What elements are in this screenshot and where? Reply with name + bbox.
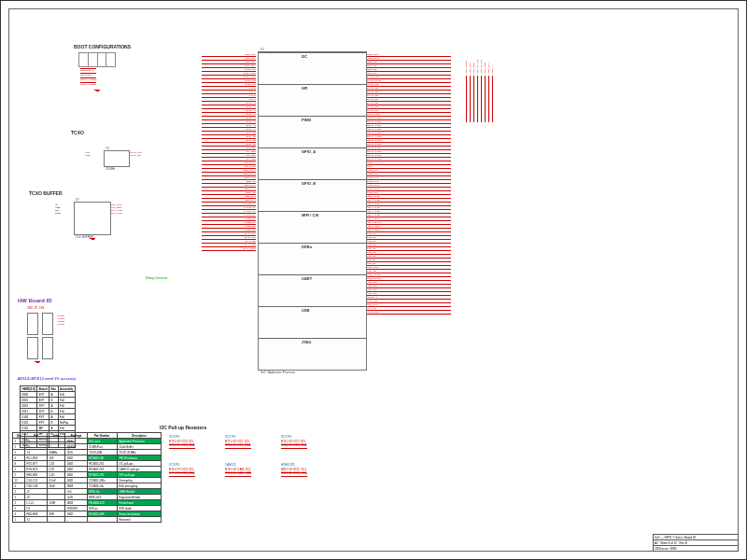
soc-left-nets: I2C0_SCLI2C0_SDAI2C1_SCLI2C1_SDASPI0_CLK… [202,53,256,251]
bom-table: QtyRefValuePackagePart NumberDescription… [12,432,162,523]
clkbuf-pins-left: INVDD OEGND [55,203,61,215]
heading-debug: Debug Connector [146,277,168,281]
soc-right-nets: SDIO_CLKSDIO_CMDSDIO_D0SDIO_D1SDIO_D2SDI… [367,53,451,315]
hwid-r1 [27,313,38,335]
heading-i2c: I2C Pull-up Resistors [160,427,206,430]
ground-icon [94,90,100,91]
title-block: SoC — GPIO / Clocks / Board ID A2 · Shee… [653,534,739,552]
ground-icon [90,238,95,240]
tcxo-block: Y4 26 MHz [104,150,130,167]
hwid-r2 [42,313,53,335]
tcxo-pins-left: VCCGND [85,151,91,157]
clkbuf-nets-right: CLK_CPUCLK_DDR CLK_PCIECLK_USB [111,203,122,215]
hwid-nets: HWID0HWID1 HWID2HWID3 [57,315,64,326]
tcxo-pins-right: TCXO_CLKTCXO_EN [130,151,142,157]
bootsel-resistor-pack [78,52,116,67]
accuracy-note: AD513+MCK14 need 1% accuracy [18,377,76,381]
ground-icon [35,361,40,363]
clk-buffer-block: U7 CLK BUFFER [74,202,111,235]
schematic-sheet: BOOT CONFIGURATIONS BOOTSEL_0BOOTSEL_1 B… [0,0,747,560]
hwid-r3 [27,337,38,359]
heading-tcxo: TCXO [71,132,84,135]
hwid-supply: VDD_IO_1V8 [27,307,44,311]
heading-boot: BOOT CONFIGURATIONS [74,46,131,49]
heading-hwid: HW Board ID [18,300,52,303]
main-soc-block: U1 SoC / Application Processor I2CSPIPWM… [258,51,367,371]
heading-tcxo-buf: TCXO BUFFER [29,192,63,196]
hwid-r4 [42,337,53,359]
boot-nets: BOOTSEL_0BOOTSEL_1 BOOT_MODE0BOOT_MODE1 [80,68,96,87]
